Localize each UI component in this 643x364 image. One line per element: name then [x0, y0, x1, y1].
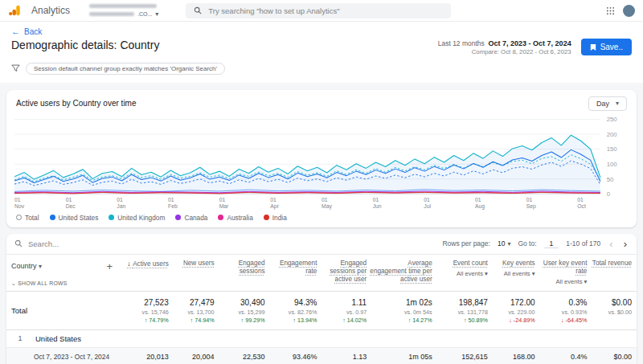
- x-axis-label: 01Jan: [117, 197, 168, 211]
- metric-cell: 20,004: [169, 353, 215, 361]
- avatar[interactable]: [623, 5, 635, 17]
- legend-dot-icon: [50, 215, 55, 220]
- chart-card: Active users by Country over time Day ▾ …: [6, 90, 637, 227]
- column-header[interactable]: User key event rateAll events ▾: [535, 260, 588, 286]
- svg-text:0: 0: [607, 190, 610, 197]
- table-search-input[interactable]: Search...: [14, 239, 207, 248]
- column-header[interactable]: New users: [169, 260, 215, 268]
- legend-item[interactable]: India: [264, 214, 287, 222]
- legend-label: Canada: [184, 214, 207, 222]
- property-suffix: .CO...: [137, 11, 152, 17]
- legend-label: Total: [25, 214, 39, 222]
- analytics-logo-icon[interactable]: [8, 4, 22, 17]
- redacted-property-name: [89, 12, 134, 16]
- totals-cell: $0.00vs. $0.00: [587, 298, 632, 324]
- page-title: Demographic details: Country: [11, 39, 159, 51]
- save-button[interactable]: Save..: [581, 39, 632, 55]
- row-date-range: Oct 7, 2023 - Oct 7, 2024: [11, 353, 119, 362]
- x-axis-label: 01Sep: [526, 197, 578, 211]
- x-axis-label: 01May: [322, 197, 373, 211]
- legend-label: United Kingdom: [117, 214, 165, 222]
- redacted-account-name: [89, 4, 157, 8]
- analytics-app: Analytics .CO... ▾ Try searching "how to…: [0, 0, 643, 364]
- column-header[interactable]: Event countAll events ▾: [432, 260, 488, 278]
- goto-page-input[interactable]: 1: [544, 239, 559, 248]
- legend-item[interactable]: Total: [16, 214, 39, 222]
- metric-cell: $0.00: [587, 353, 632, 361]
- next-page-button[interactable]: ›: [622, 239, 629, 249]
- x-axis-label: 01Apr: [270, 197, 322, 211]
- back-arrow-icon: ←: [11, 27, 20, 36]
- metric-cell: 1.13: [317, 353, 367, 361]
- x-axis-label: 01Aug: [475, 197, 526, 211]
- x-axis-label: 01Jun: [373, 197, 424, 211]
- table-row[interactable]: Oct 7, 2023 - Oct 7, 202420,01320,00422,…: [6, 348, 637, 364]
- topbar: Analytics .CO... ▾ Try searching "how to…: [0, 0, 643, 22]
- x-axis-label: 01Feb: [168, 197, 219, 211]
- table-totals-row: Total27,523vs. 15,746↑ 74.79%27,479vs. 1…: [6, 292, 637, 330]
- dimension-select[interactable]: Country ▾: [11, 262, 42, 270]
- column-header[interactable]: Engagement rate: [265, 260, 317, 276]
- filter-chip[interactable]: Session default channel group exactly ma…: [26, 63, 225, 75]
- rows-per-page-select[interactable]: 10 ▾: [498, 239, 510, 247]
- totals-cell: 1m 02svs. 0m 54s↑ 14.27%: [367, 298, 432, 324]
- rows-per-page-label: Rows per page:: [442, 239, 490, 247]
- column-header[interactable]: ↓ Active users: [119, 260, 169, 268]
- chart-title: Active users by Country over time: [16, 99, 137, 108]
- totals-cell: 1.11vs. 0.97↑ 14.02%: [317, 298, 367, 324]
- granularity-select[interactable]: Day ▾: [588, 96, 627, 111]
- show-all-rows-toggle[interactable]: ⌄ SHOW ALL ROWS: [11, 280, 119, 287]
- metric-cell: 0.4%: [535, 353, 588, 361]
- filter-icon[interactable]: [11, 64, 20, 72]
- global-search-input[interactable]: Try searching "how to set up Analytics": [186, 3, 451, 18]
- metric-cell: 93.46%: [265, 353, 317, 361]
- totals-cell: 27,523vs. 15,746↑ 74.79%: [119, 298, 169, 324]
- column-header[interactable]: Engaged sessions per active user: [317, 260, 367, 284]
- account-switcher[interactable]: .CO... ▾: [89, 4, 158, 18]
- date-range-value: Oct 7, 2023 - Oct 7, 2024: [489, 39, 571, 47]
- table-row-group[interactable]: 1United States: [6, 330, 637, 348]
- bookmark-icon: [590, 43, 596, 51]
- column-header[interactable]: Key eventsAll events ▾: [488, 260, 535, 278]
- chevron-down-icon: ▾: [155, 10, 158, 18]
- legend-item[interactable]: United States: [50, 214, 99, 222]
- add-dimension-button[interactable]: +: [106, 260, 119, 272]
- prev-page-button[interactable]: ‹: [608, 239, 614, 249]
- chevron-down-icon: ▾: [616, 100, 619, 107]
- totals-cell: 172.00vs. 229.00↓ -24.89%: [488, 298, 535, 324]
- apps-grid-icon[interactable]: [606, 6, 615, 15]
- svg-text:100: 100: [607, 161, 617, 168]
- date-range-label: Last 12 months: [438, 39, 485, 47]
- chart-x-axis: 01Nov01Dec01Jan01Feb01Mar01Apr01May01Jun…: [6, 197, 637, 211]
- column-header[interactable]: Engaged sessions: [215, 260, 265, 276]
- column-header[interactable]: Total revenue: [587, 260, 632, 268]
- compare-range-value: Compare: Oct 8, 2022 - Oct 6, 2023: [438, 48, 571, 57]
- legend-item[interactable]: Australia: [218, 214, 252, 222]
- x-axis-label: 01Mar: [219, 197, 271, 211]
- column-filter-select[interactable]: All events ▾: [504, 270, 535, 277]
- table-search-placeholder: Search...: [28, 239, 59, 248]
- legend-item[interactable]: United Kingdom: [109, 214, 165, 222]
- metric-cell: 168.00: [488, 353, 535, 361]
- line-chart: 050100150200250: [6, 112, 637, 197]
- legend-label: United States: [59, 214, 99, 222]
- legend-label: India: [272, 214, 287, 222]
- back-link[interactable]: Back: [24, 27, 42, 36]
- x-axis-label: 01Nov: [14, 197, 66, 211]
- row-range-label: 1-10 of 170: [566, 239, 600, 247]
- row-index: 1: [11, 334, 29, 342]
- search-icon: [14, 239, 23, 247]
- goto-label: Go to:: [518, 239, 536, 247]
- svg-text:250: 250: [607, 117, 617, 124]
- column-header[interactable]: Average engagement time per active user: [367, 260, 432, 284]
- column-filter-select[interactable]: All events ▾: [556, 278, 588, 285]
- svg-text:50: 50: [607, 176, 614, 183]
- sort-arrow-icon: ↓: [127, 260, 133, 268]
- totals-cell: 198,847vs. 131,778↑ 50.89%: [432, 298, 488, 324]
- date-range-selector[interactable]: Last 12 months Oct 7, 2023 - Oct 7, 2024…: [438, 39, 571, 57]
- column-filter-select[interactable]: All events ▾: [457, 270, 488, 277]
- legend-item[interactable]: Canada: [175, 214, 207, 222]
- x-axis-label: 01Oct: [577, 197, 629, 211]
- country-name: United States: [35, 334, 81, 343]
- pagination-controls: Rows per page: 10 ▾ Go to: 1 1-10 of 170…: [442, 239, 629, 249]
